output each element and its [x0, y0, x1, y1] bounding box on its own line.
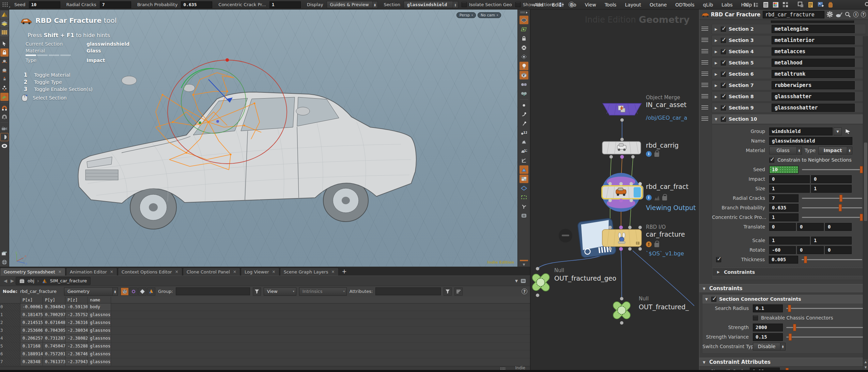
- tab-context-options-editor[interactable]: Context Options Editor×: [118, 268, 182, 276]
- geometry-spreadsheet-table[interactable]: P[x] P[y] P[z] name 0-0.000610470.394043…: [0, 297, 530, 366]
- section-name-input[interactable]: glassshatter: [772, 92, 855, 101]
- display-normals-icon[interactable]: [520, 165, 528, 174]
- section-name-input[interactable]: metalengine: [772, 25, 855, 33]
- thickness-input[interactable]: 0.005: [769, 256, 798, 264]
- light-ring-icon[interactable]: [0, 142, 9, 150]
- display-options-diamond-icon[interactable]: [520, 53, 528, 61]
- toolbar-grip-icon[interactable]: [520, 10, 528, 15]
- drag-handle-icon[interactable]: [701, 38, 708, 43]
- search-icon[interactable]: [845, 11, 851, 18]
- lights-icon[interactable]: [520, 62, 528, 70]
- section-row-4[interactable]: ▶✓Section 4metalacces: [701, 46, 866, 57]
- snap-strip-icon[interactable]: [520, 259, 528, 262]
- pose-tool-icon[interactable]: [0, 75, 9, 83]
- material-sphere-icon[interactable]: [0, 133, 9, 141]
- menu-qlib[interactable]: qLib: [703, 2, 713, 8]
- profile-curve-icon[interactable]: [520, 156, 528, 165]
- rotate-z-input[interactable]: 0: [825, 246, 852, 254]
- group-menu-button[interactable]: ▾: [834, 128, 842, 135]
- table-row[interactable]: 0-0.000610470.394043-0.591309body: [0, 303, 530, 311]
- null-out-fractured-geo-node[interactable]: [531, 272, 551, 293]
- section-name-input[interactable]: rubberwipers: [772, 81, 855, 89]
- tab-geometry-spreadsheet[interactable]: Geometry Spreadsheet×: [0, 268, 65, 276]
- close-icon[interactable]: ×: [58, 269, 62, 274]
- concentric-crack-input[interactable]: 1: [269, 1, 301, 8]
- rotate-y-input[interactable]: 0: [797, 246, 824, 254]
- section-name-input[interactable]: glassnoshatter: [772, 104, 855, 112]
- section-connector-header[interactable]: ▼✓Section Connector Constraints: [702, 295, 866, 303]
- size-y-input[interactable]: 1: [811, 185, 852, 193]
- table-row[interactable]: 40.2062570.731287-2.38082glassnoshat: [0, 335, 530, 343]
- table-row[interactable]: 70.283480.761373-2.37943glassnoshat: [0, 358, 530, 366]
- select-mode-icon[interactable]: [520, 16, 528, 24]
- fan-icon[interactable]: [520, 202, 528, 211]
- menu-odtools[interactable]: ODTools: [675, 2, 694, 8]
- constrain-checkbox[interactable]: ✓: [769, 158, 774, 163]
- camera-tool-icon[interactable]: [0, 124, 9, 132]
- expand-icon[interactable]: ▶: [717, 270, 720, 274]
- tab-scene-graph-layers[interactable]: Scene Graph Layers×: [280, 268, 339, 276]
- back-icon[interactable]: ◀: [4, 278, 7, 283]
- strength-input[interactable]: 2000: [753, 324, 783, 331]
- switch-constraint-dropdown[interactable]: Disable▲▼: [753, 343, 786, 351]
- close-icon[interactable]: ×: [272, 269, 276, 274]
- shelf-waffle-icon[interactable]: [0, 28, 9, 36]
- radial-cracks-input[interactable]: 7: [769, 194, 799, 202]
- breadcrumb-root[interactable]: obj: [28, 278, 34, 283]
- section-name-input[interactable]: metaltrunk: [772, 70, 855, 78]
- material-shaded-icon[interactable]: [520, 71, 528, 79]
- section-row-6[interactable]: ▶✓Section 6metaltrunk: [701, 69, 866, 79]
- magnet-on-icon[interactable]: [0, 104, 9, 112]
- collapse-icon[interactable]: ▼: [705, 297, 709, 301]
- section-name-input[interactable]: metalhood: [772, 59, 855, 67]
- current-node-name[interactable]: rbd_car_fracture: [20, 289, 57, 294]
- point-display-icon[interactable]: [520, 101, 528, 109]
- thickness-checkbox[interactable]: ✓: [716, 257, 721, 262]
- section-row-2[interactable]: ▶✓Section 2metalengine: [701, 24, 866, 34]
- constraints-section-header[interactable]: ▼Constraints: [699, 284, 868, 293]
- spreadsheet-help-icon[interactable]: ?: [522, 288, 527, 294]
- geometry-level-dropdown[interactable]: Geometry▲▼: [64, 287, 118, 296]
- persp-view-button[interactable]: Persp▾: [456, 12, 476, 18]
- radial-cracks-input[interactable]: 7: [100, 1, 131, 8]
- concentric-input[interactable]: 1: [769, 213, 799, 221]
- translate-y-input[interactable]: 0: [797, 223, 824, 231]
- drag-handle-icon[interactable]: [701, 94, 708, 99]
- info-badge-icon[interactable]: i: [646, 195, 652, 200]
- point-normal-icon[interactable]: [520, 119, 528, 128]
- ghost-objects-icon[interactable]: [520, 43, 528, 52]
- enable-checkbox[interactable]: ✓: [721, 27, 726, 32]
- path-menu-icon[interactable]: ▾: [515, 278, 518, 284]
- close-icon[interactable]: ×: [233, 269, 236, 274]
- section-row-5[interactable]: ▶✓Section 5metalhood: [701, 58, 866, 68]
- tab-log-viewer[interactable]: Log Viewer×: [241, 268, 279, 276]
- group-display-icon[interactable]: [520, 193, 528, 202]
- section-row-8[interactable]: ▶✓Section 8glassshatter: [701, 91, 866, 102]
- type-dropdown[interactable]: Impact▲▼: [818, 147, 852, 154]
- warning-badge-icon[interactable]: !: [646, 241, 652, 247]
- scene-viewport[interactable]: RBD Car Fracture tool Press Shift + F1 t…: [9, 10, 517, 267]
- sort-list-icon[interactable]: [454, 287, 463, 296]
- color-palette-icon[interactable]: [772, 1, 779, 8]
- seed-slider[interactable]: [802, 169, 862, 170]
- strength-scale-input[interactable]: 0.08: [750, 368, 780, 370]
- enable-checkbox[interactable]: ✓: [721, 38, 726, 43]
- section-row-7[interactable]: ▶✓Section 7rubberwipers: [701, 80, 866, 90]
- constraints-collapsed-bar[interactable]: ▶Constraints: [712, 268, 864, 276]
- section-row-9[interactable]: ▶✓Section 9glassnoshatter: [701, 103, 866, 113]
- help-icon[interactable]: ?: [861, 12, 866, 17]
- tools-crossed-icon[interactable]: [743, 1, 749, 8]
- lock-camera-icon[interactable]: [520, 34, 528, 43]
- expand-icon[interactable]: ▶: [715, 95, 718, 99]
- move-tool-icon[interactable]: [0, 57, 9, 65]
- material-dropdown[interactable]: Glass▲▼: [769, 147, 802, 154]
- table-row[interactable]: 60.1889140.757201-2.36746glassnoshat: [0, 351, 530, 358]
- branch-probability-slider[interactable]: [802, 207, 862, 208]
- scale-y-input[interactable]: 1: [811, 237, 852, 244]
- tab-clone-control-panel[interactable]: Clone Control Panel×: [183, 268, 240, 276]
- seed-input[interactable]: 10: [29, 1, 60, 8]
- tab-animation-editor[interactable]: Animation Editor×: [66, 268, 117, 276]
- menu-view[interactable]: View: [585, 2, 596, 8]
- checkbox-icon[interactable]: [462, 2, 467, 7]
- detail-mode-icon[interactable]: [147, 287, 155, 296]
